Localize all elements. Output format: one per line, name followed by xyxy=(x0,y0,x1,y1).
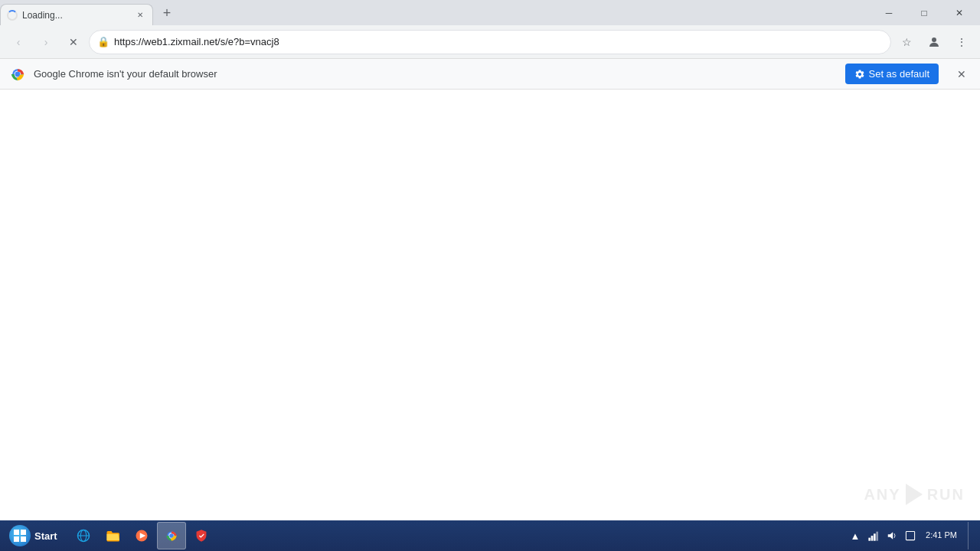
set-default-button[interactable]: Set as default xyxy=(845,64,939,84)
svg-rect-7 xyxy=(21,536,26,542)
loading-spinner xyxy=(7,10,18,21)
reload-button[interactable]: ✕ xyxy=(61,30,86,54)
clock-time: 2:41 PM xyxy=(926,530,957,541)
toolbar: ‹ › ✕ 🔒 ☆ ⋮ xyxy=(0,25,980,59)
new-tab-button[interactable]: + xyxy=(156,2,178,24)
start-orb-icon xyxy=(9,525,31,546)
watermark-text: ANY xyxy=(864,486,900,504)
chrome-taskbar-icon xyxy=(164,528,179,543)
system-tray: ▲ xyxy=(848,528,918,543)
security-icon xyxy=(194,528,209,543)
svg-rect-21 xyxy=(906,531,914,540)
notifications-tray-icon[interactable] xyxy=(903,528,918,543)
svg-marker-20 xyxy=(888,532,893,539)
watermark-text2: RUN xyxy=(927,486,965,504)
set-default-label: Set as default xyxy=(869,68,930,80)
profile-button[interactable] xyxy=(922,30,946,54)
tab-strip: Loading... ✕ + xyxy=(0,0,871,25)
minimize-button[interactable]: ─ xyxy=(871,0,906,25)
back-button[interactable]: ‹ xyxy=(6,30,31,54)
chrome-logo-icon xyxy=(9,66,26,83)
close-button[interactable]: ✕ xyxy=(942,0,977,25)
taskbar-item-security[interactable] xyxy=(188,522,215,549)
start-button[interactable]: Start xyxy=(0,520,67,551)
tab-close-button[interactable]: ✕ xyxy=(134,9,146,21)
svg-rect-16 xyxy=(868,538,871,541)
lock-icon: 🔒 xyxy=(97,36,109,47)
folder-icon xyxy=(105,528,120,543)
svg-rect-4 xyxy=(14,530,19,535)
ie-icon xyxy=(76,528,91,543)
taskbar-right: ▲ 2:41 PM xyxy=(841,520,980,551)
taskbar-items xyxy=(67,520,841,551)
svg-rect-19 xyxy=(876,532,878,541)
show-hidden-tray-button[interactable]: ▲ xyxy=(848,528,863,543)
start-label: Start xyxy=(34,530,57,542)
network-tray-icon[interactable] xyxy=(866,528,881,543)
taskbar: Start xyxy=(0,520,980,551)
svg-rect-6 xyxy=(14,536,19,542)
svg-rect-18 xyxy=(874,533,876,540)
default-browser-banner: Google Chrome isn't your default browser… xyxy=(0,59,980,90)
banner-message: Google Chrome isn't your default browser xyxy=(34,68,838,80)
url-input[interactable] xyxy=(114,36,883,47)
window-controls: ─ □ ✕ xyxy=(871,0,977,25)
tab-title: Loading... xyxy=(22,10,129,21)
menu-button[interactable]: ⋮ xyxy=(949,30,974,54)
play-icon xyxy=(906,484,923,505)
volume-tray-icon[interactable] xyxy=(884,528,900,543)
taskbar-item-explorer[interactable] xyxy=(99,522,126,549)
system-clock[interactable]: 2:41 PM xyxy=(921,530,962,541)
main-content xyxy=(0,90,980,532)
maximize-button[interactable]: □ xyxy=(906,0,942,25)
active-tab[interactable]: Loading... ✕ xyxy=(0,4,153,25)
taskbar-item-chrome[interactable] xyxy=(157,522,186,549)
svg-point-0 xyxy=(932,37,936,42)
anyrun-watermark: ANY RUN xyxy=(864,484,965,505)
bookmark-button[interactable]: ☆ xyxy=(894,30,919,54)
forward-button[interactable]: › xyxy=(34,30,58,54)
taskbar-item-media[interactable] xyxy=(128,522,155,549)
windows-logo-icon xyxy=(14,530,26,542)
svg-rect-17 xyxy=(871,536,874,541)
taskbar-item-ie[interactable] xyxy=(70,522,97,549)
svg-rect-5 xyxy=(21,530,26,535)
address-bar[interactable]: 🔒 xyxy=(89,30,891,54)
media-player-icon xyxy=(134,528,149,543)
settings-icon xyxy=(854,69,865,80)
banner-close-button[interactable]: ✕ xyxy=(952,65,971,83)
title-bar: Loading... ✕ + ─ □ ✕ xyxy=(0,0,980,25)
show-desktop-button[interactable] xyxy=(968,522,974,549)
